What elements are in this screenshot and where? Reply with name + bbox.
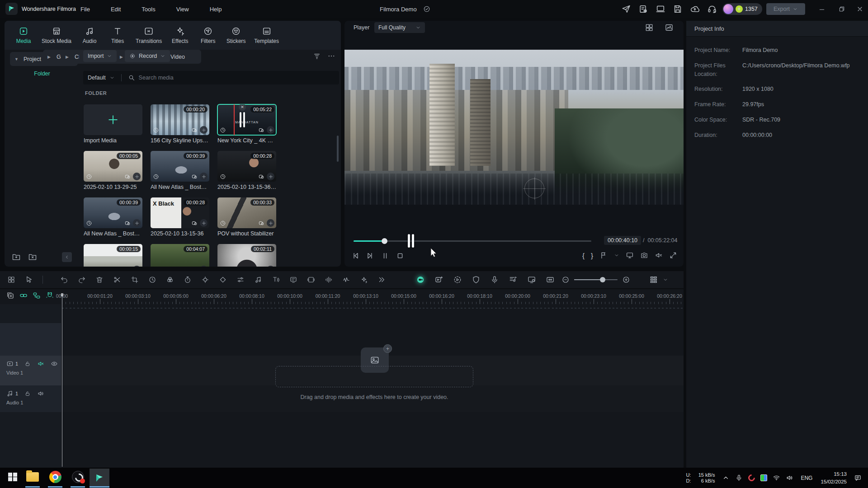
zoom-in-icon[interactable]: [622, 276, 630, 284]
maximize-button[interactable]: [832, 0, 852, 18]
add-to-timeline-button[interactable]: [133, 173, 141, 180]
add-to-timeline-button[interactable]: [267, 126, 274, 134]
sidebar-item-folder[interactable]: Folder: [5, 70, 80, 77]
crop-icon[interactable]: [131, 276, 139, 284]
pip-icon[interactable]: [191, 127, 198, 133]
filmora-taskbar-button[interactable]: [90, 469, 109, 487]
stop-icon[interactable]: [396, 251, 405, 260]
beat-detect-icon[interactable]: [342, 276, 350, 284]
redo-icon[interactable]: [78, 276, 86, 284]
snap-clips-icon[interactable]: [33, 291, 41, 300]
pip-icon[interactable]: [258, 127, 264, 133]
speech-to-text-icon[interactable]: [289, 276, 297, 284]
chrome-button[interactable]: [46, 468, 64, 486]
timeline-ruler[interactable]: 00:0000:00:01:2000:00:03:1000:00:05:0000…: [61, 293, 684, 304]
media-item[interactable]: 00:04:07 ✕: [151, 244, 209, 267]
scrub-handle[interactable]: [238, 111, 246, 129]
layout-grid-icon[interactable]: [645, 23, 654, 32]
pip-icon[interactable]: [124, 220, 131, 226]
select-tool-icon[interactable]: [25, 276, 33, 284]
duplicate-icon[interactable]: [6, 291, 14, 300]
media-item[interactable]: 00:00:39 ✕ All New Atlas _ Boston...: [151, 151, 209, 190]
volume-icon[interactable]: [786, 474, 793, 482]
menu-item[interactable]: File: [78, 4, 93, 14]
wifi-icon[interactable]: [773, 474, 780, 482]
media-tab[interactable]: Audio: [79, 26, 100, 44]
adjust-icon[interactable]: [236, 276, 245, 284]
voiceover-mic-icon[interactable]: [490, 275, 499, 284]
speed-icon[interactable]: [220, 174, 226, 180]
prev-frame-icon[interactable]: [351, 251, 360, 260]
speed-icon[interactable]: [86, 220, 92, 226]
speed-icon[interactable]: [148, 276, 156, 284]
speaker-mute-icon[interactable]: [655, 251, 663, 259]
media-item[interactable]: 00:00:28 X Black ✕ 2025-02-10 13-15-36: [151, 197, 209, 236]
gpu-tray-icon[interactable]: [760, 474, 767, 481]
media-scrollbar[interactable]: [337, 136, 339, 162]
speed-icon[interactable]: [153, 127, 159, 133]
add-to-timeline-button[interactable]: [133, 219, 141, 227]
keyframe-icon[interactable]: [219, 276, 227, 284]
mark-out-button[interactable]: }: [591, 252, 593, 259]
screen-record-icon[interactable]: [527, 275, 536, 284]
search-bar[interactable]: Default Search media: [83, 71, 339, 84]
smart-record-icon[interactable]: [416, 275, 425, 284]
save-icon[interactable]: [673, 4, 683, 14]
device-screen-icon[interactable]: [656, 4, 665, 14]
pip-icon[interactable]: [191, 174, 198, 180]
media-tab[interactable]: Templates: [253, 26, 280, 44]
collapse-sidebar-button[interactable]: [62, 252, 72, 262]
video-track-header[interactable]: 1 Video 1: [0, 356, 61, 385]
auto-link-icon[interactable]: [19, 291, 28, 300]
add-pip-icon[interactable]: [434, 275, 443, 284]
pip-icon[interactable]: [124, 174, 131, 180]
proxy-play-icon[interactable]: [453, 275, 462, 284]
split-icon[interactable]: [113, 276, 121, 284]
pip-icon[interactable]: [258, 220, 264, 226]
audio-stretch-icon[interactable]: [254, 276, 262, 284]
support-headset-icon[interactable]: [707, 4, 717, 14]
media-item[interactable]: 00:00:20 ✕ 156 City Skyline Upsid...: [151, 104, 209, 143]
timeline-playhead[interactable]: [62, 293, 62, 467]
sort-select[interactable]: Default: [88, 75, 106, 81]
color-correction-icon[interactable]: [166, 276, 174, 284]
playback-progress-bar[interactable]: [354, 240, 591, 242]
menu-item[interactable]: Tools: [139, 4, 158, 14]
add-to-timeline-button[interactable]: [200, 173, 208, 180]
file-explorer-button[interactable]: [24, 468, 42, 486]
zoom-slider-handle[interactable]: [600, 277, 605, 282]
pip-icon[interactable]: [258, 174, 264, 180]
mark-in-button[interactable]: {: [582, 252, 585, 259]
microphone-tray-icon[interactable]: [735, 474, 743, 482]
minimize-button[interactable]: [812, 0, 832, 18]
media-tab[interactable]: Filters: [197, 26, 219, 44]
media-item[interactable]: 00:00:28 ✕ 2025-02-10 13-15-36 9...: [217, 151, 276, 190]
media-item[interactable]: 00:00:39 ✕ All New Atlas _ Boston...: [84, 197, 142, 236]
notification-center-icon[interactable]: [854, 474, 862, 482]
scrubber-marker[interactable]: [408, 234, 414, 248]
new-folder-icon[interactable]: [12, 252, 21, 261]
speed-icon[interactable]: [86, 174, 92, 180]
language-indicator[interactable]: ENG: [801, 475, 812, 481]
delete-folder-icon[interactable]: [28, 252, 37, 261]
clock[interactable]: 15:13 15/02/2025: [821, 470, 847, 485]
flag-marker-icon[interactable]: [599, 251, 608, 259]
close-button[interactable]: [850, 0, 868, 18]
menu-item[interactable]: Help: [207, 4, 225, 14]
divider-icon[interactable]: [42, 276, 51, 284]
progress-handle[interactable]: [382, 238, 387, 244]
media-item[interactable]: 00:05:22 MANHATTAN ✕ New York City _ 4K …: [217, 104, 276, 143]
mute-icon[interactable]: [37, 360, 44, 367]
eye-icon[interactable]: [51, 360, 58, 367]
timeline-zoom-slider[interactable]: [574, 279, 618, 280]
record-button[interactable]: Record: [125, 50, 170, 62]
add-to-timeline-button[interactable]: [200, 266, 208, 267]
media-tab[interactable]: Media: [13, 26, 34, 44]
more-tools-icon[interactable]: [377, 276, 386, 284]
search-input[interactable]: Search media: [139, 75, 174, 81]
delete-icon[interactable]: [95, 276, 104, 284]
speed-icon[interactable]: [153, 220, 159, 226]
media-item[interactable]: 00:02:11 ✕: [217, 244, 276, 267]
more-options-icon[interactable]: [327, 52, 335, 60]
expand-icon[interactable]: [669, 251, 677, 259]
